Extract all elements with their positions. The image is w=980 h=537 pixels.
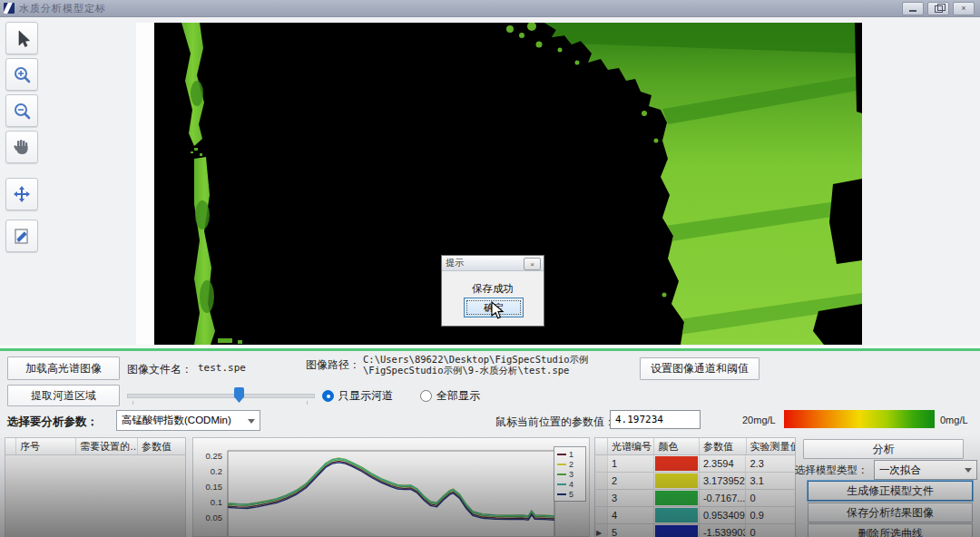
legend-dash-icon <box>557 483 566 485</box>
delete-curve-button[interactable]: 删除所选曲线 <box>808 523 973 537</box>
colorbar-min-label: 0mg/L <box>940 415 968 425</box>
cursor-select-icon <box>12 28 32 48</box>
color-swatch <box>654 473 700 489</box>
viewer-margin <box>136 23 154 345</box>
select-tool-button[interactable] <box>5 22 38 54</box>
spectrum-id-cell: 5 <box>608 524 655 537</box>
restore-button[interactable] <box>927 2 949 15</box>
zoom-in-icon <box>12 64 32 84</box>
minimize-button[interactable] <box>902 2 924 15</box>
col-header-param: 参数值 <box>700 438 747 454</box>
table-row[interactable]: ▶5-1.5399030 <box>595 524 795 537</box>
measured-value-cell: 0 <box>746 490 795 506</box>
legend-item: 5 <box>557 489 583 499</box>
table-row[interactable]: 23.1739523.1 <box>595 473 795 490</box>
radio-show-all[interactable]: 全部显示 <box>420 388 480 404</box>
color-swatch <box>654 507 700 523</box>
legend-label: 2 <box>569 460 573 469</box>
zoom-out-tool-button[interactable] <box>5 94 38 127</box>
file-name-value: test.spe <box>198 362 246 374</box>
col-header-setting: 需要设置的… <box>76 438 138 454</box>
legend-item: 3 <box>557 469 583 479</box>
color-swatch-fill <box>655 525 698 537</box>
legend-dash-icon <box>557 493 566 495</box>
set-channel-threshold-button[interactable]: 设置图像通道和阈值 <box>640 357 760 380</box>
spectra-table-body: 12.35942.323.1739523.13-0.7167...040.953… <box>595 455 795 537</box>
legend-label: 1 <box>569 450 573 459</box>
spectrum-id-cell: 3 <box>608 490 655 506</box>
settings-table-body[interactable] <box>5 455 185 537</box>
file-name-label: 图像文件名： <box>127 362 192 377</box>
band-slider-track[interactable] <box>127 394 315 398</box>
param-value-cell: -1.539903 <box>700 524 747 537</box>
color-swatch-fill <box>655 474 698 488</box>
measured-value-cell: 2.3 <box>746 455 795 472</box>
row-marker: ▶ <box>595 524 608 537</box>
table-row[interactable]: 3-0.7167...0 <box>595 490 795 507</box>
close-button[interactable]: × <box>953 2 975 15</box>
param-value-cell: 2.3594 <box>700 455 747 472</box>
radio-show-river[interactable]: 只显示河道 <box>322 388 393 404</box>
spectrum-id-cell: 1 <box>608 455 655 472</box>
generate-model-button[interactable]: 生成修正模型文件 <box>808 481 973 501</box>
image-path-line2: \FigSpecStudio示例\9-水质分析\test.spe <box>363 365 569 377</box>
zoom-in-tool-button[interactable] <box>5 58 38 91</box>
analysis-param-dropdown[interactable]: 高锰酸钾指数(CODMin) <box>116 410 260 431</box>
analysis-param-label: 选择要分析参数： <box>7 415 98 430</box>
chevron-down-icon <box>248 419 255 424</box>
model-type-label: 选择模型类型： <box>795 464 868 477</box>
col-header-index: 序号 <box>16 438 76 454</box>
radio-unselected-icon <box>420 390 432 402</box>
legend-dash-icon <box>557 454 566 455</box>
measured-value-cell: 0 <box>746 524 795 537</box>
row-marker <box>595 490 608 506</box>
legend-label: 5 <box>569 490 573 499</box>
extract-river-button[interactable]: 提取河道区域 <box>7 385 120 406</box>
dialog-message: 保存成功 <box>442 282 544 296</box>
spectra-chart-panel[interactable]: 0.250.20.150.10.05 12345 <box>192 437 590 537</box>
param-value-cell: -0.7167... <box>700 490 747 506</box>
legend-item: 1 <box>557 449 583 459</box>
table-row[interactable]: 12.35942.3 <box>595 455 795 473</box>
row-selector-header <box>595 438 608 454</box>
legend-dash-icon <box>557 474 566 475</box>
dialog-title: 提示 <box>446 257 464 269</box>
settings-table: 序号 需要设置的… 参数值 <box>5 437 186 537</box>
dialog-close-button[interactable]: × <box>524 258 541 270</box>
radio-selected-icon <box>322 390 334 402</box>
slider-tick <box>132 401 133 405</box>
colorbar-max-label: 20mg/L <box>742 415 776 425</box>
model-type-dropdown[interactable]: 一次拟合 <box>874 460 977 480</box>
color-swatch <box>654 524 700 537</box>
zoom-out-icon <box>12 101 32 121</box>
color-swatch <box>654 490 700 506</box>
window-title: 水质分析模型定标 <box>19 2 106 15</box>
edit-tool-button[interactable] <box>5 220 38 252</box>
analyze-button[interactable]: 分析 <box>803 439 964 459</box>
move-tool-button[interactable] <box>5 178 38 210</box>
measured-value-cell: 3.1 <box>746 473 795 489</box>
legend-label: 3 <box>569 470 573 479</box>
dialog-titlebar[interactable]: 提示 × <box>442 256 544 271</box>
legend-dash-icon <box>557 464 566 465</box>
col-header-measured: 实验测量值 <box>747 438 796 454</box>
col-header-param: 参数值 <box>138 438 185 454</box>
legend-label: 4 <box>569 480 573 489</box>
mouse-value-field[interactable]: 4.197234 <box>610 410 701 429</box>
param-value-cell: 3.173952 <box>700 473 747 489</box>
spectra-table: 光谱编号 颜色 参数值 实验测量值 12.35942.323.1739523.1… <box>594 437 796 537</box>
load-image-button[interactable]: 加载高光谱图像 <box>7 356 120 380</box>
slider-tick <box>307 401 308 405</box>
spectrum-id-cell: 2 <box>608 473 655 489</box>
app-window: 水质分析模型定标 × <box>0 0 980 537</box>
table-row[interactable]: 40.9534090.9 <box>595 507 795 524</box>
image-path-label: 图像路径： <box>306 357 360 373</box>
col-header-color: 颜色 <box>654 438 700 454</box>
row-marker <box>595 473 608 489</box>
pan-tool-button[interactable] <box>5 131 38 163</box>
row-marker <box>595 507 608 523</box>
colorbar-gradient <box>784 410 935 428</box>
save-result-image-button[interactable]: 保存分析结果图像 <box>808 503 973 522</box>
color-swatch <box>654 455 700 472</box>
color-swatch-fill <box>655 491 698 505</box>
